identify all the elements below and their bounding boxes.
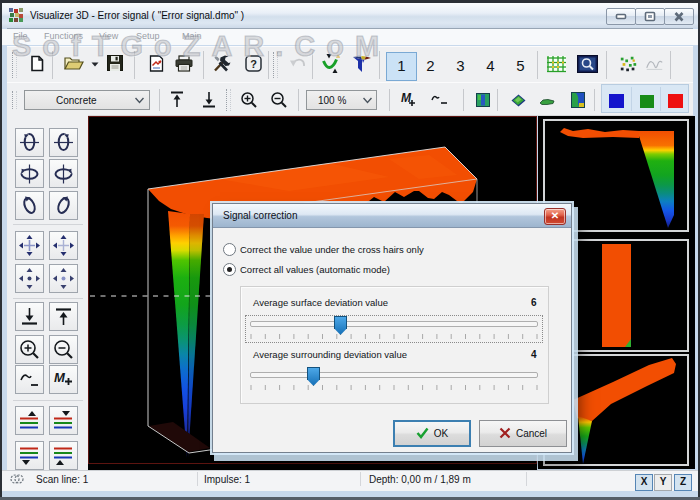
svg-text:M: M [54,370,66,385]
